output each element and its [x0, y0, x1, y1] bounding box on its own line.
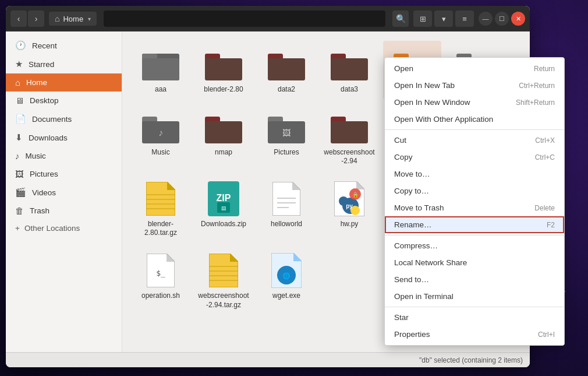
- folder-icon: 🖼: [268, 108, 305, 146]
- ctx-compress[interactable]: Compress…: [385, 237, 564, 254]
- file-item[interactable]: nmap: [194, 104, 253, 171]
- file-name: Pictures: [274, 148, 299, 157]
- file-icon: ZIP ▤: [205, 180, 242, 217]
- sidebar-item-label: Pictures: [30, 170, 58, 178]
- folder-icon: [331, 108, 368, 146]
- sidebar-item-pictures[interactable]: 🖼 Pictures: [6, 165, 122, 183]
- file-item[interactable]: data3: [320, 41, 378, 99]
- sidebar-item-label: Starred: [29, 60, 54, 69]
- file-name: Downloads.zip: [201, 220, 246, 229]
- recent-icon: 🕐: [15, 40, 26, 51]
- sidebar-item-starred[interactable]: ★ Starred: [6, 55, 122, 73]
- file-item[interactable]: aaa: [132, 41, 190, 99]
- ctx-move-trash-label: Move to Trash: [394, 203, 444, 212]
- folder-icon: [205, 108, 242, 146]
- ctx-send-to-label: Send to…: [394, 275, 429, 284]
- ctx-open[interactable]: Open Return: [385, 60, 564, 77]
- desktop-icon: 🖥: [15, 96, 24, 106]
- file-name: blender-2.80: [204, 85, 243, 94]
- sidebar: 🕐 Recent ★ Starred ⌂ Home 🖥 Desktop 📄 Do…: [6, 31, 122, 352]
- file-item[interactable]: $_ operation.sh: [132, 247, 190, 314]
- sidebar-item-documents[interactable]: 📄 Documents: [6, 110, 122, 128]
- ctx-star-label: Star: [394, 313, 409, 322]
- close-button[interactable]: ✕: [511, 12, 525, 26]
- folder-icon: [268, 45, 305, 83]
- sidebar-item-other-locations[interactable]: + Other Locations: [6, 220, 122, 237]
- ctx-copy[interactable]: Copy Ctrl+C: [385, 149, 564, 166]
- sidebar-item-recent[interactable]: 🕐 Recent: [6, 36, 122, 55]
- svg-rect-8: [331, 58, 368, 80]
- svg-text:ZIP: ZIP: [217, 193, 231, 203]
- hamburger-menu-button[interactable]: ≡: [455, 10, 474, 27]
- svg-marker-72: [167, 254, 175, 262]
- ctx-move-trash[interactable]: Move to Trash Delete: [385, 199, 564, 216]
- file-icon: [142, 180, 179, 217]
- sidebar-item-music[interactable]: ♪ Music: [6, 147, 122, 165]
- ctx-open-new-window[interactable]: Open In New Window Shift+Return: [385, 94, 564, 111]
- ctx-cut-shortcut: Ctrl+X: [535, 136, 555, 145]
- sidebar-item-downloads[interactable]: ⬇ Downloads: [6, 128, 122, 147]
- svg-marker-36: [167, 182, 175, 190]
- file-item[interactable]: webscreenshoot-2.94: [320, 104, 378, 171]
- ctx-copy-to[interactable]: Copy to…: [385, 182, 564, 199]
- ctx-move-to[interactable]: Move to…: [385, 166, 564, 182]
- file-item[interactable]: py 🔒 hw.py: [320, 175, 378, 243]
- file-item[interactable]: helloworld: [257, 175, 316, 243]
- file-item[interactable]: ZIP ▤ Downloads.zip: [194, 175, 253, 243]
- path-bar[interactable]: [104, 10, 385, 27]
- location-bar[interactable]: ⌂ Home ▾: [49, 12, 97, 26]
- ctx-local-share-label: Local Network Share: [394, 258, 467, 267]
- ctx-properties[interactable]: Properties Ctrl+I: [385, 326, 564, 343]
- home-icon: ⌂: [55, 14, 59, 23]
- ctx-star[interactable]: Star: [385, 309, 564, 326]
- statusbar: "db" selected (containing 2 items): [6, 352, 530, 367]
- minimize-button[interactable]: —: [479, 12, 493, 26]
- folder-icon: ♪: [142, 108, 179, 146]
- sidebar-item-desktop[interactable]: 🖥 Desktop: [6, 92, 122, 110]
- sidebar-item-label: Videos: [32, 188, 56, 197]
- ctx-move-to-label: Move to…: [394, 170, 430, 178]
- ctx-copy-to-label: Copy to…: [394, 187, 429, 195]
- ctx-open-terminal[interactable]: Open in Terminal: [385, 288, 564, 305]
- maximize-button[interactable]: ☐: [495, 12, 509, 26]
- add-icon: +: [15, 224, 20, 233]
- file-item[interactable]: blender-2.80: [194, 41, 253, 99]
- ctx-open-new-window-label: Open In New Window: [394, 98, 470, 107]
- ctx-divider-3: [385, 307, 564, 307]
- ctx-cut[interactable]: Cut Ctrl+X: [385, 132, 564, 149]
- sidebar-item-videos[interactable]: 🎬 Videos: [6, 183, 122, 202]
- ctx-divider-2: [385, 235, 564, 236]
- sidebar-item-label: Desktop: [30, 96, 59, 105]
- file-name: nmap: [215, 148, 232, 157]
- ctx-rename-label: Rename…: [394, 220, 432, 229]
- list-view-dropdown[interactable]: ▾: [434, 10, 453, 27]
- sidebar-item-label: Downloads: [29, 133, 68, 142]
- file-item-music[interactable]: ♪ Music: [132, 104, 190, 171]
- file-icon: py 🔒: [331, 180, 368, 217]
- file-item[interactable]: 🌐 wget.exe: [257, 247, 316, 314]
- grid-view-button[interactable]: ⊞: [413, 10, 432, 27]
- search-button[interactable]: 🔍: [392, 10, 409, 27]
- folder-icon: [331, 45, 368, 83]
- file-item-pictures[interactable]: 🖼 Pictures: [257, 104, 316, 171]
- forward-button[interactable]: ›: [28, 10, 44, 27]
- ctx-send-to[interactable]: Send to…: [385, 271, 564, 288]
- ctx-open-other[interactable]: Open With Other Application: [385, 111, 564, 128]
- file-name: operation.sh: [141, 291, 180, 301]
- file-item[interactable]: blender-2.80.tar.gz: [132, 175, 190, 243]
- file-name: webscreenshoot-2.94: [323, 148, 376, 166]
- downloads-icon: ⬇: [15, 132, 23, 143]
- sidebar-item-trash[interactable]: 🗑 Trash: [6, 202, 122, 220]
- ctx-local-share[interactable]: Local Network Share: [385, 254, 564, 271]
- file-name: data2: [278, 85, 295, 94]
- ctx-rename[interactable]: Rename… F2: [385, 216, 564, 233]
- sidebar-item-home[interactable]: ⌂ Home: [6, 73, 122, 92]
- file-icon: 🌐: [268, 252, 305, 289]
- sidebar-item-label: Recent: [32, 41, 57, 50]
- file-item[interactable]: webscreenshoot-2.94.tar.gz: [194, 247, 253, 314]
- back-button[interactable]: ‹: [10, 10, 27, 27]
- ctx-open-new-tab-shortcut: Ctrl+Return: [519, 82, 555, 90]
- file-item[interactable]: data2: [257, 41, 316, 99]
- ctx-open-new-tab[interactable]: Open In New Tab Ctrl+Return: [385, 77, 564, 94]
- file-name: helloworld: [271, 220, 302, 229]
